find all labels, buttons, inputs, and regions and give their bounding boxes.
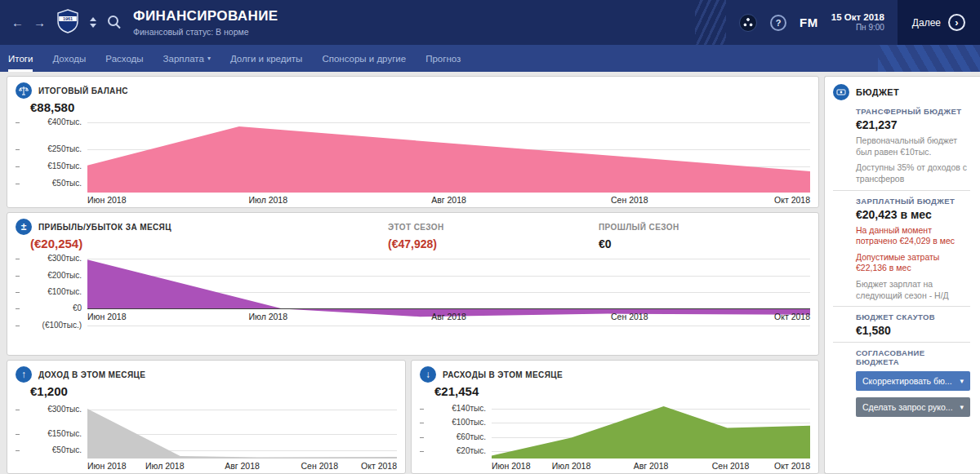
back-icon[interactable]: ← [11,16,24,29]
continue-button[interactable]: Далее › [898,0,980,45]
transfer-revenue-note: Доступны 35% от доходов с трансферов [856,162,970,184]
chevron-down-icon [90,24,96,28]
chevron-down-icon: ▾ [960,377,964,385]
title-block: ФИНАНСИРОВАНИЕ Финансовый статус: В норм… [133,8,278,37]
top-bar: ← → 1961 ФИНАНСИРОВАНИЕ Финансовый стату… [0,0,980,45]
x-tick-label: Июн 2018 [87,312,127,321]
last-season-label: ПРОШЛЫЙ СЕЗОН [599,218,810,236]
x-axis: Июн 2018Июл 2018Авг 2018Сен 2018Окт 2018 [87,194,810,206]
expenses-card: ↓ РАСХОДЫ В ЭТОМ МЕСЯЦЕ €21,454 €140тыс.… [411,360,819,474]
football-icon[interactable] [739,14,757,32]
tab-salary[interactable]: Зарплата▾ [163,45,211,72]
balance-card: ИТОГОВЫЙ БАЛАНС €88,580 €400тыс.€250тыс.… [7,76,819,208]
club-badge[interactable]: 1961 [57,9,78,37]
screen-cycle-buttons[interactable] [90,17,96,28]
card-header: ± ПРИБЫЛЬ/УБЫТОК ЗА МЕСЯЦ (€20,254) ЭТОТ… [16,218,810,254]
fm-logo: FM [800,16,818,29]
tab-sponsors[interactable]: Спонсоры и другие [322,45,406,72]
this-season-column: ЭТОТ СЕЗОН (€47,928) [388,218,599,254]
continue-arrow-icon: › [948,14,965,31]
tab-forecast[interactable]: Прогноз [425,45,461,72]
game-datetime: 15 Окт 2018 Пн 9:00 [831,11,884,33]
card-title: РАСХОДЫ В ЭТОМ МЕСЯЦЕ [443,370,563,379]
plot-area [492,401,810,458]
card-header: ИТОГОВЫЙ БАЛАНС [16,82,810,100]
x-tick-label: Авг 2018 [431,195,466,205]
tab-income[interactable]: Доходы [52,45,86,72]
x-tick-label: Авг 2018 [225,461,260,471]
adjust-budget-dropdown[interactable]: Скорректировать бю... ▾ [856,371,970,391]
card-header: ↓ РАСХОДЫ В ЭТОМ МЕСЯЦЕ [420,365,810,383]
search-icon[interactable] [108,16,122,29]
last-season-column: ПРОШЛЫЙ СЕЗОН €0 [599,218,810,254]
transfer-budget-note: Первоначальный бюджет был равен €10тыс. [856,135,970,157]
header-right: ? FM 15 Окт 2018 Пн 9:00 Далее › [695,0,980,45]
section-tabs: Итоги Доходы Расходы Зарплата▾ Долги и к… [0,45,980,72]
balance-value: €88,580 [30,100,810,114]
balance-icon [16,82,32,99]
zero-line [87,308,810,309]
wage-allowed-note: Допустимые затраты €22,136 в мес [856,252,970,274]
x-tick-label: Окт 2018 [774,195,810,205]
game-time: Пн 9:00 [831,23,884,33]
app-window: ← → 1961 ФИНАНСИРОВАНИЕ Финансовый стату… [0,0,980,474]
plot-area [87,401,397,458]
wage-budget-value: €20,423 в мес [856,208,970,221]
tab-label: Зарплата [163,54,204,64]
help-icon[interactable]: ? [770,15,786,31]
adjust-budget-label: Скорректировать бю... [862,376,952,386]
club-crest-icon: 1961 [57,9,78,33]
bottom-row: ↑ ДОХОД В ЭТОМ МЕСЯЦЕ €1,200 €300тыс.€15… [7,360,819,474]
wage-next-season-note: Бюджет зарплат на следующий сезон - Н/Д [856,279,970,301]
card-title: ДОХОД В ЭТОМ МЕСЯЦЕ [38,370,145,379]
y-tick-label: €100тыс. [16,287,82,297]
y-tick-label: €400тыс. [16,117,82,127]
divider [833,190,970,191]
y-tick-label: €300тыс. [16,254,82,264]
expenses-value: €21,454 [434,384,810,398]
plus-minus-icon: ± [16,219,32,235]
scouting-budget-value: €1,580 [856,324,970,337]
budget-icon [833,84,849,100]
x-tick-label: Окт 2018 [774,461,810,471]
y-tick-label: €140тыс. [420,404,486,414]
x-tick-label: Сен 2018 [301,461,339,471]
expenses-chart: €140тыс.€100тыс.€60тыс.€20тыс. Июн 2018И… [420,401,810,472]
tab-summary[interactable]: Итоги [8,45,33,72]
profit-loss-chart: €300тыс.€200тыс.€100тыс.€0(€100тыс.)Июн … [16,254,810,330]
y-tick-label: €50тыс. [16,445,82,455]
income-chart: €300тыс.€150тыс.€50тыс. Июн 2018Июл 2018… [16,401,397,472]
budget-sidebar: БЮДЖЕТ ТРАНСФЕРНЫЙ БЮДЖЕТ €21,237 Первон… [824,76,980,474]
history-nav: ← → [0,16,52,29]
tab-label: Доходы [52,54,86,64]
this-season-label: ЭТОТ СЕЗОН [388,218,599,236]
x-tick-label: Июн 2018 [87,461,127,471]
divider [833,306,970,307]
tab-expenditure[interactable]: Расходы [105,45,143,72]
chevron-down-icon: ▾ [960,403,964,411]
forward-icon[interactable]: → [33,16,46,29]
last-season-value: €0 [599,237,810,250]
y-tick-label: €100тыс. [420,418,486,427]
y-tick-label: €0 [16,303,82,313]
x-tick-label: Сен 2018 [611,312,648,321]
tab-label: Долги и кредиты [230,54,302,64]
y-axis: €300тыс.€200тыс.€100тыс.€0(€100тыс.) [16,254,87,330]
budget-approval-label: СОГЛАСОВАНИЕ БЮДЖЕТА [856,348,970,366]
wage-spent-note: На данный момент потрачено €24,029 в мес [856,225,970,247]
profit-month-value: (€20,254) [30,237,388,250]
card-header: ↑ ДОХОД В ЭТОМ МЕСЯЦЕ [16,365,397,383]
card-title: ИТОГОВЫЙ БАЛАНС [38,86,128,95]
continue-label: Далее [912,17,941,29]
balance-chart: €400тыс.€250тыс.€150тыс.€50тыс. Июн 2018… [16,117,810,206]
x-tick-label: Июн 2018 [492,461,531,471]
sidebar-header: БЮДЖЕТ [833,83,970,101]
chevron-up-icon [90,17,96,21]
down-arrow-icon: ↓ [420,366,436,383]
request-board-dropdown[interactable]: Сделать запрос руко... ▾ [856,397,970,417]
content-area: ИТОГОВЫЙ БАЛАНС €88,580 €400тыс.€250тыс.… [0,72,980,474]
y-tick-label: €150тыс. [16,162,82,171]
x-axis: Июн 2018Июл 2018Авг 2018Сен 2018Окт 2018 [87,460,397,472]
x-tick-label: Июл 2018 [552,461,591,471]
tab-debts[interactable]: Долги и кредиты [230,45,302,72]
